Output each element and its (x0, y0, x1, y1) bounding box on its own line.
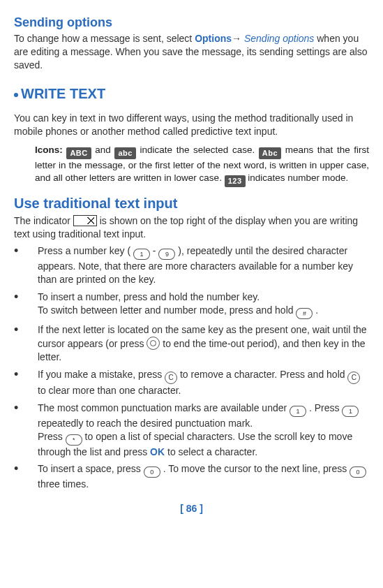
text: . (313, 304, 318, 316)
text: To insert a number, press and hold the n… (38, 291, 369, 304)
text: The indicator (14, 215, 73, 226)
text: To insert a space, press (38, 463, 144, 474)
abc-lower-icon: abc (114, 147, 135, 159)
text: To switch between letter and number mode… (38, 304, 369, 319)
text: - (150, 245, 158, 256)
text: If you make a mistake, press (38, 369, 165, 380)
list-item: The most common punctuation marks are av… (14, 402, 369, 459)
paragraph-sending: To change how a message is sent, select … (14, 32, 369, 72)
instruction-list: Press a number key ( 1 - 9 ), repeatedly… (14, 244, 369, 491)
sending-options-link: Sending options (244, 33, 314, 44)
key-star-icon: * (66, 434, 82, 446)
text: repeatedly to reach the desired punctuat… (38, 418, 253, 429)
write-text-title: WRITE TEXT (21, 86, 105, 101)
bullet-icon (14, 93, 18, 97)
text: Press a number key ( (38, 245, 133, 256)
options-label: Options (195, 33, 232, 44)
heading-sending-options: Sending options (14, 14, 369, 31)
key-hash-icon: # (296, 308, 313, 319)
text: Press (38, 431, 66, 442)
key-9-icon: 9 (158, 249, 175, 260)
page-number: [ 86 ] (14, 502, 369, 515)
text: indicate the selected case. (140, 145, 259, 155)
pencil-indicator-icon (73, 215, 97, 226)
list-item: If you make a mistake, press C to remove… (14, 368, 369, 397)
abc-title-icon: Abc (259, 147, 281, 159)
text: . Press (306, 402, 342, 413)
key-c-icon: C (347, 372, 360, 384)
text: . To move the cursor to the next line, p… (160, 463, 350, 474)
scroll-key-icon (147, 337, 160, 350)
text: The most common punctuation marks are av… (38, 402, 290, 413)
text: to clear more than one character. (38, 385, 181, 396)
abc-upper-icon: ABC (66, 147, 91, 159)
key-0-icon: 0 (350, 466, 366, 478)
key-c-icon: C (165, 372, 177, 384)
text: three times. (38, 478, 89, 490)
key-1-icon: 1 (290, 406, 306, 417)
paragraph-indicator: The indicator is shown on the top right … (14, 214, 369, 241)
list-item: Press a number key ( 1 - 9 ), repeatedly… (14, 244, 369, 286)
key-1-icon: 1 (133, 249, 150, 260)
key-1-icon: 1 (342, 406, 359, 417)
text: and (95, 145, 114, 155)
text: indicates number mode. (248, 172, 348, 183)
text: to select a character. (165, 446, 257, 457)
ok-label: OK (150, 446, 165, 457)
list-item: If the next letter is located on the sam… (14, 323, 369, 364)
text: To switch between letter and number mode… (38, 304, 296, 316)
heading-use-traditional: Use traditional text input (14, 194, 369, 213)
icons-info-block: Icons: ABC and abc indicate the selected… (35, 144, 369, 187)
text: to remove a character. Press and hold (177, 369, 347, 380)
number-mode-icon: 123 (225, 175, 246, 187)
icons-label: Icons: (35, 145, 63, 155)
paragraph-write-intro: You can key in text in two different way… (14, 112, 369, 138)
heading-write-text: WRITE TEXT (14, 84, 369, 103)
key-0-icon: 0 (144, 466, 160, 478)
list-item: To insert a number, press and hold the n… (14, 291, 369, 319)
list-item: To insert a space, press 0 . To move the… (14, 462, 369, 491)
text: To change how a message is sent, select (14, 33, 195, 44)
